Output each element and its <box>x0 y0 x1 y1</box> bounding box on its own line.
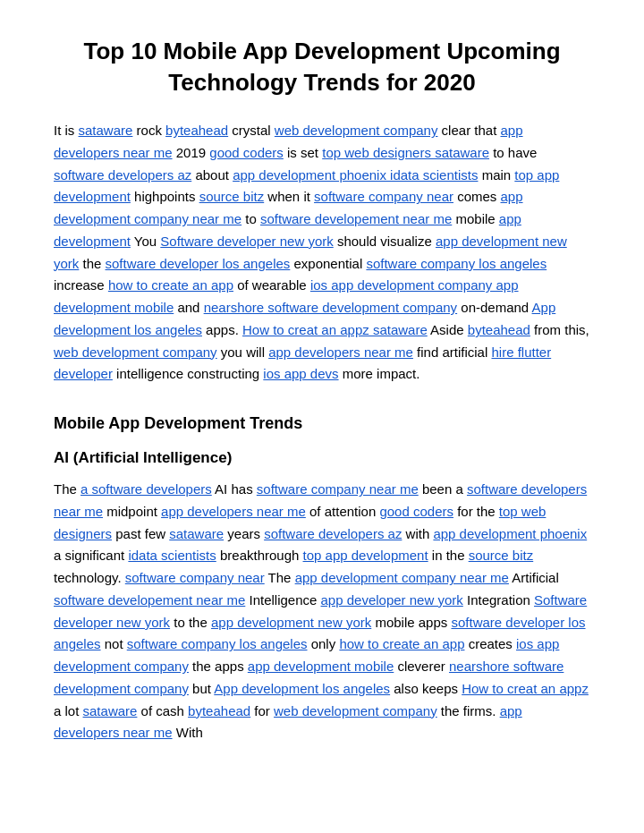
inline-link[interactable]: source bitz <box>469 548 534 563</box>
inline-link[interactable]: How to creat an appz <box>462 681 589 696</box>
inline-link[interactable]: app development phoenix idata scientists <box>233 167 478 183</box>
inline-link[interactable]: sataware <box>83 703 138 718</box>
inline-link[interactable]: good coders <box>379 504 453 519</box>
inline-link[interactable]: software company los angeles <box>127 636 308 651</box>
inline-link[interactable]: software company near <box>314 189 453 204</box>
inline-link[interactable]: top web designers sataware <box>322 145 489 160</box>
inline-link[interactable]: software developer los angeles <box>106 256 291 271</box>
intro-paragraph: It is sataware rock byteahead crystal we… <box>54 120 590 386</box>
page-title: Top 10 Mobile App Development Upcoming T… <box>54 36 590 98</box>
inline-link[interactable]: how to create an app <box>339 636 464 651</box>
inline-link[interactable]: How to creat an appz sataware <box>242 322 428 337</box>
inline-link[interactable]: software developement near me <box>54 592 245 608</box>
ai-paragraph: The a software developers AI has softwar… <box>54 479 590 744</box>
inline-link[interactable]: software developement near me <box>260 211 452 226</box>
inline-link[interactable]: Software developer new york <box>160 234 333 249</box>
inline-link[interactable]: app developers near me <box>161 504 306 519</box>
inline-link[interactable]: ios app devs <box>263 366 338 381</box>
section1-heading: Mobile App Development Trends <box>54 411 590 437</box>
inline-link[interactable]: app development company near me <box>295 570 509 585</box>
inline-link[interactable]: software company near <box>125 570 265 585</box>
inline-link[interactable]: byteahead <box>165 123 228 138</box>
inline-link[interactable]: good coders <box>209 145 284 160</box>
inline-link[interactable]: idata scientists <box>128 548 216 563</box>
inline-link[interactable]: app development mobile <box>248 659 394 674</box>
inline-link[interactable]: how to create an app <box>108 277 233 293</box>
inline-link[interactable]: app developer new york <box>321 592 463 608</box>
inline-link[interactable]: top app development <box>303 548 428 563</box>
inline-link[interactable]: software company near me <box>257 481 419 497</box>
inline-link[interactable]: sataware <box>169 526 224 541</box>
inline-link[interactable]: source bitz <box>199 189 265 204</box>
inline-link[interactable]: app development phoenix <box>433 526 587 541</box>
inline-link[interactable]: software developers az <box>54 167 191 183</box>
inline-link[interactable]: byteahead <box>188 703 250 718</box>
inline-link[interactable]: software company los angeles <box>366 256 547 271</box>
inline-link[interactable]: App development los angeles <box>214 681 390 696</box>
inline-link[interactable]: a software developers <box>80 481 212 497</box>
inline-link[interactable]: byteahead <box>468 322 530 337</box>
inline-link[interactable]: sataware <box>79 123 133 138</box>
inline-link[interactable]: web development company <box>275 123 438 138</box>
inline-link[interactable]: app developers near me <box>268 344 413 360</box>
inline-link[interactable]: software developers az <box>264 526 402 541</box>
inline-link[interactable]: web development company <box>274 703 437 718</box>
inline-link[interactable]: web development company <box>54 344 217 360</box>
inline-link[interactable]: nearshore software development company <box>204 300 458 315</box>
inline-link[interactable]: app development new york <box>211 615 371 630</box>
section1-sub-heading: AI (Artificial Intelligence) <box>54 446 590 470</box>
